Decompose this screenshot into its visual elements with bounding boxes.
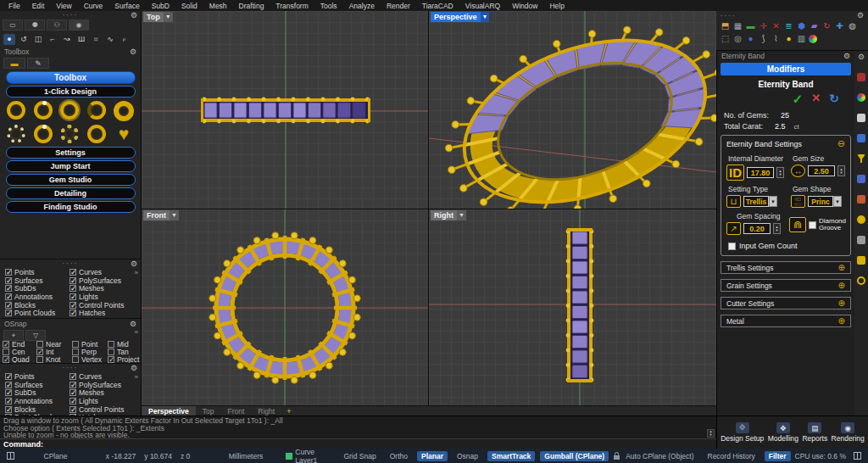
display-toggle[interactable]: Point Clouds xyxy=(5,309,70,317)
status-toggle[interactable]: Filter xyxy=(765,451,791,461)
checkbox[interactable] xyxy=(70,293,76,300)
display-toggle[interactable]: Annotations xyxy=(5,293,70,301)
gem-size-input[interactable]: 2.50 xyxy=(808,165,835,176)
gear-icon[interactable]: ⚙ xyxy=(843,52,850,60)
checkbox[interactable] xyxy=(70,285,76,292)
menu-item[interactable]: Surface xyxy=(108,2,145,10)
add-viewport-tab[interactable]: + xyxy=(281,407,296,416)
expand-chevron-icon[interactable]: » xyxy=(135,269,138,276)
snapshot-panel-icon[interactable] xyxy=(857,175,865,183)
cluster-ring-icon[interactable] xyxy=(60,125,79,143)
expand-chevron-icon[interactable]: » xyxy=(135,328,138,336)
toolbox-nav-button[interactable]: Gem Studio xyxy=(6,174,136,186)
menu-item[interactable]: Render xyxy=(381,2,416,10)
toolbox-nav-button[interactable]: Jump Start xyxy=(6,160,136,172)
save-icon[interactable]: ▦ xyxy=(732,20,743,31)
box-tool-icon[interactable]: ◫ xyxy=(32,34,44,45)
heart-ring-icon[interactable]: ♥ xyxy=(114,125,134,143)
pane-toggle-icon[interactable] xyxy=(854,452,861,460)
sphere-tool-icon[interactable]: ● xyxy=(3,34,15,45)
halo-ring-icon[interactable] xyxy=(34,125,53,143)
gear-icon[interactable]: ⚙ xyxy=(131,364,137,372)
display-toggle[interactable]: Meshes xyxy=(70,284,141,293)
globe-icon[interactable]: ◍ xyxy=(847,20,858,31)
toolbar-tab-dot-icon[interactable]: ◉ xyxy=(69,20,89,31)
viewport-right-chip[interactable]: Right▼ xyxy=(431,210,466,220)
checkbox[interactable] xyxy=(36,341,43,348)
checkbox[interactable] xyxy=(5,285,12,292)
confirm-icon[interactable]: ✓ xyxy=(793,92,804,107)
gear-ring-icon[interactable] xyxy=(87,125,106,143)
display-toggle[interactable]: Surfaces xyxy=(5,276,70,285)
gem-spacing-spinner[interactable]: ▲▼ xyxy=(773,223,781,234)
rendering-button[interactable]: ◉ Rendering xyxy=(832,422,865,443)
select-window-icon[interactable]: ⬚ xyxy=(720,33,731,44)
checkbox[interactable] xyxy=(5,382,12,388)
plane-icon[interactable]: ▰ xyxy=(809,20,820,31)
checkbox[interactable] xyxy=(108,341,114,348)
display-toggle[interactable]: Surfaces xyxy=(5,381,70,389)
chevron-down-icon[interactable]: ▼ xyxy=(457,210,466,220)
toolbox-nav-button[interactable]: Settings xyxy=(6,147,136,159)
rotate-icon[interactable]: ↻ xyxy=(821,20,832,31)
open-file-icon[interactable]: ⬒ xyxy=(720,20,731,31)
menu-item[interactable]: TiaraCAD xyxy=(416,2,459,10)
loop-tool-icon[interactable]: ⟔ xyxy=(119,34,131,45)
display-toggle[interactable]: Points xyxy=(5,372,70,381)
menu-item[interactable]: Drafting xyxy=(233,2,270,10)
reports-button[interactable]: ▤ Reports xyxy=(802,422,827,443)
status-toggle[interactable]: Auto CPlane (Object) xyxy=(621,451,698,461)
expand-chevron-icon[interactable]: » xyxy=(135,373,138,381)
checkbox[interactable] xyxy=(5,389,12,396)
viewport-tab[interactable]: Perspective xyxy=(142,406,196,416)
settings-section-bar[interactable]: Cutter Settings ⊕ xyxy=(721,297,851,310)
viewport-right[interactable]: Right▼ xyxy=(429,209,716,405)
select-sphere-icon[interactable]: ◎ xyxy=(732,33,743,44)
status-toggle[interactable]: Gumball (CPlane) xyxy=(540,451,609,461)
expand-plus-icon[interactable]: ⊕ xyxy=(838,263,845,272)
checkbox[interactable] xyxy=(72,341,79,348)
gem-spacing-input[interactable]: 0.20 xyxy=(743,223,771,234)
display-toggle[interactable]: Points xyxy=(5,268,70,276)
checkbox[interactable] xyxy=(70,373,76,380)
cplane-button[interactable]: CPlane xyxy=(40,451,72,461)
chevron-down-icon[interactable]: ▼ xyxy=(833,196,842,207)
gem-shape-dropdown[interactable]: Princ ▼ xyxy=(808,196,842,207)
pave-ring-icon[interactable] xyxy=(7,125,25,143)
menu-item[interactable]: View xyxy=(50,2,77,10)
menu-item[interactable]: Analyze xyxy=(343,2,381,10)
menu-item[interactable]: SubD xyxy=(146,2,175,10)
chevron-down-icon[interactable]: ▼ xyxy=(481,12,490,22)
wide-band-ring-icon[interactable] xyxy=(114,101,134,121)
solitaire-ring-icon[interactable] xyxy=(34,101,53,120)
display-toggle[interactable]: Lights xyxy=(70,293,141,301)
settings-section-bar[interactable]: Metal ⊕ xyxy=(721,315,851,327)
pencil-tab-icon[interactable]: ✎ xyxy=(27,58,49,69)
checkbox[interactable] xyxy=(5,269,12,276)
chevron-down-icon[interactable]: ▼ xyxy=(170,210,179,220)
menu-item[interactable]: Help xyxy=(543,2,570,10)
menu-item[interactable]: Mesh xyxy=(203,2,233,10)
move-icon[interactable]: ✛ xyxy=(758,20,769,31)
osnap-toggle[interactable]: Mid xyxy=(108,340,138,348)
command-area[interactable]: Drag a window to zoom ( All Dynamic Exte… xyxy=(0,416,716,449)
display-toggle[interactable]: Curves xyxy=(70,372,141,381)
menu-item[interactable]: Tools xyxy=(314,2,343,10)
display-toggle[interactable]: Control Points xyxy=(70,405,141,414)
shaded-sphere-icon[interactable]: ● xyxy=(745,33,756,44)
menu-item[interactable]: Window xyxy=(506,2,543,10)
viewport-front-chip[interactable]: Front▼ xyxy=(143,210,179,220)
display-toggle[interactable]: Hatches xyxy=(70,309,141,317)
checkbox[interactable] xyxy=(5,302,12,309)
gem-size-spinner[interactable]: ▲▼ xyxy=(837,165,845,176)
polyline-tool-icon[interactable]: ⌐ xyxy=(47,34,58,45)
modifiers-button[interactable]: Modifiers xyxy=(721,63,851,75)
checkbox[interactable] xyxy=(70,269,76,276)
checkbox[interactable] xyxy=(5,277,12,284)
arrow-tool-icon[interactable]: ↝ xyxy=(61,34,73,45)
gold-ring-panel-icon[interactable] xyxy=(857,215,865,224)
checkbox[interactable] xyxy=(5,310,12,316)
status-toggle[interactable]: Osnap xyxy=(453,451,482,461)
diamond-groove-checkbox[interactable] xyxy=(809,221,816,229)
settings-section-bar[interactable]: Grain Settings ⊕ xyxy=(721,279,851,292)
